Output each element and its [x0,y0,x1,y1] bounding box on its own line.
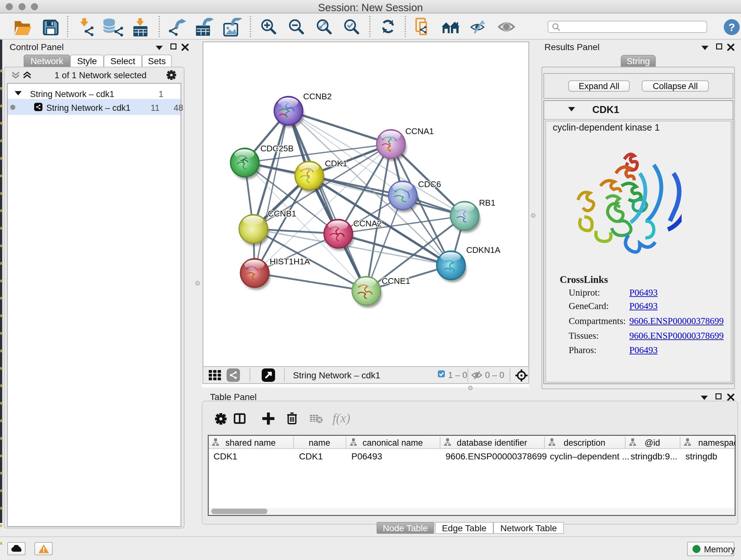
svg-text:CCNB1: CCNB1 [268,209,296,219]
svg-text:RB1: RB1 [479,198,495,207]
svg-text:CCNA2: CCNA2 [353,219,382,228]
svg-text:CCNA1: CCNA1 [405,126,434,136]
svg-text:CCNB2: CCNB2 [303,91,332,101]
svg-text:CDC25B: CDC25B [260,144,293,153]
svg-text:CDK1: CDK1 [325,159,347,168]
svg-text:CDC6: CDC6 [418,179,441,189]
svg-text:HIST1H1A: HIST1H1A [270,257,310,266]
svg-text:CDKN1A: CDKN1A [466,245,500,255]
svg-text:CCNE1: CCNE1 [382,276,410,286]
